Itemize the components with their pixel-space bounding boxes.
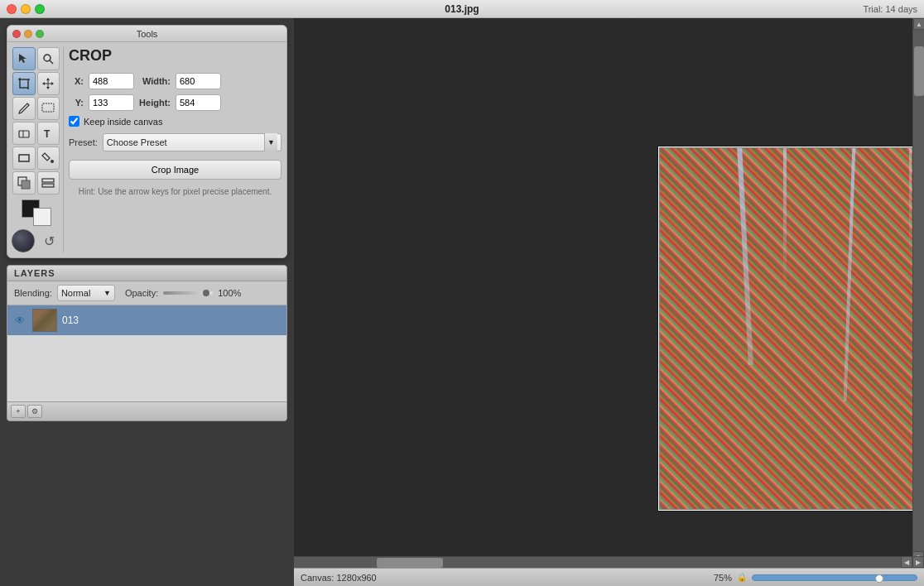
svg-line-1	[50, 60, 53, 64]
dark-overlay-top	[294, 18, 912, 146]
trial-label: Trial: 14 days	[863, 4, 917, 14]
zoom-lock-icon: 🔒	[737, 573, 747, 582]
zoom-slider-thumb[interactable]	[875, 574, 883, 583]
height-input[interactable]	[176, 94, 221, 111]
layer-list: 👁 013	[7, 305, 286, 335]
width-input[interactable]	[176, 73, 221, 89]
crop-tool-title: CROP	[69, 47, 282, 65]
canvas-size: Canvas: 1280x960	[301, 573, 377, 583]
close-window-button[interactable]	[7, 4, 17, 14]
x-label: X:	[69, 76, 84, 86]
swap-colors-button[interactable]: ↺	[38, 229, 61, 252]
svg-point-12	[51, 160, 54, 163]
left-panel: Tools	[0, 18, 294, 586]
y-coord-row: Y: Height:	[69, 94, 282, 111]
svg-rect-16	[42, 184, 54, 187]
move-tool-button[interactable]	[37, 72, 60, 95]
add-layer-button[interactable]: +	[11, 405, 26, 418]
blending-select[interactable]: Normal ▼	[57, 285, 115, 301]
minimize-window-button[interactable]	[21, 4, 31, 14]
width-label: Width:	[139, 76, 171, 86]
title-bar: 013.jpg Trial: 14 days	[0, 0, 924, 18]
color-pair[interactable]	[22, 199, 51, 226]
selection-tool-button[interactable]	[37, 97, 60, 120]
layer-tool-button[interactable]	[37, 171, 60, 195]
svg-point-0	[44, 55, 51, 61]
keep-canvas-label: Keep inside canvas	[84, 117, 162, 127]
keep-canvas-row: Keep inside canvas	[69, 116, 282, 127]
scrollbar-vertical[interactable]: ▲ ▼	[912, 18, 924, 574]
scrollbar-thumb-vertical[interactable]	[914, 46, 924, 96]
shadow-tool-button[interactable]	[12, 171, 36, 195]
layer-item[interactable]: 👁 013	[7, 305, 286, 335]
tool-row-3	[12, 97, 60, 120]
fountain-photo-image	[658, 146, 924, 511]
x-input[interactable]	[89, 73, 134, 89]
x-coord-row: X: Width:	[69, 73, 282, 89]
blending-row: Blending: Normal ▼ Opacity: 100%	[7, 281, 286, 305]
tools-max-button[interactable]	[36, 30, 44, 38]
zoom-area: 75% 🔒	[385, 573, 917, 583]
scroll-right-button[interactable]: ▶	[912, 556, 924, 568]
opacity-slider-thumb[interactable]	[203, 290, 209, 296]
keep-inside-canvas-checkbox[interactable]	[69, 116, 79, 127]
tool-row-6	[12, 171, 60, 195]
preset-row: Preset: Choose Preset ▼	[69, 133, 282, 151]
svg-rect-11	[19, 155, 29, 161]
hint-text: Hint: Use the arrow keys for pixel preci…	[69, 186, 282, 198]
hint-content: Use the arrow keys for pixel precise pla…	[98, 187, 272, 196]
preset-dropdown-arrow[interactable]: ▼	[264, 133, 277, 151]
maximize-window-button[interactable]	[35, 4, 45, 14]
opacity-slider[interactable]	[163, 291, 213, 295]
text-tool-button[interactable]: T	[37, 122, 60, 145]
rectangle-tool-button[interactable]	[12, 146, 36, 170]
magnify-tool-button[interactable]	[37, 47, 60, 70]
tools-close-button[interactable]	[12, 30, 21, 38]
opacity-label: Opacity:	[125, 288, 158, 298]
height-label: Height:	[139, 98, 171, 108]
layer-visibility-icon[interactable]: 👁	[12, 313, 27, 328]
layer-thumbnail	[32, 309, 57, 332]
scrollbar-thumb-horizontal[interactable]	[377, 558, 443, 568]
crop-tool-button[interactable]	[12, 72, 36, 95]
tools-titlebar: Tools	[7, 26, 286, 42]
color-circle-tool[interactable]	[12, 229, 35, 252]
scroll-buttons-horizontal: ◀ ▶	[901, 556, 924, 568]
eraser-tool-button[interactable]	[12, 122, 36, 145]
scrollbar-horizontal[interactable]	[294, 556, 901, 568]
layers-header: LAYERS	[7, 266, 286, 281]
blending-arrow-icon: ▼	[103, 289, 111, 297]
scroll-left-button[interactable]: ◀	[901, 556, 912, 568]
layer-settings-button[interactable]: ⚙	[27, 405, 42, 418]
y-input[interactable]	[89, 94, 134, 111]
preset-select[interactable]: Choose Preset ▼	[103, 133, 282, 151]
layers-toolbar: + ⚙	[7, 401, 286, 420]
dark-overlay-left	[294, 146, 658, 511]
zoom-progress-bar[interactable]	[752, 574, 917, 581]
paint-bucket-button[interactable]	[37, 146, 60, 170]
svg-rect-2	[20, 79, 28, 88]
tool-row-5	[12, 146, 60, 170]
tools-min-button[interactable]	[24, 30, 32, 38]
workspace: Tools	[0, 18, 924, 586]
tool-row-4: T	[12, 122, 60, 145]
color-swatches: ↺	[12, 199, 60, 252]
traffic-lights[interactable]	[7, 4, 45, 14]
brush-tool-button[interactable]	[12, 97, 36, 120]
canvas-area: ▲ ▼ ◀ ▶ Canvas: 1280x960 75% 🔒	[294, 18, 924, 586]
background-color[interactable]	[33, 208, 51, 226]
blending-label: Blending:	[14, 288, 52, 298]
window-title: 013.jpg	[445, 3, 479, 15]
scroll-up-button[interactable]: ▲	[913, 18, 924, 30]
tools-wm-buttons[interactable]	[12, 30, 44, 38]
tools-panel: Tools	[7, 25, 287, 258]
zoom-label: 75%	[714, 573, 732, 583]
hint-prefix: Hint:	[79, 187, 98, 196]
crop-options-panel: CROP X: Width: Y: Height:	[69, 47, 282, 252]
select-tool-button[interactable]	[12, 47, 36, 70]
tools-panel-title: Tools	[137, 29, 158, 39]
crop-image-button[interactable]: Crop Image	[69, 160, 282, 180]
tool-row-2	[12, 72, 60, 95]
preset-select-value: Choose Preset	[107, 137, 261, 147]
status-bar: Canvas: 1280x960 75% 🔒	[294, 568, 924, 586]
